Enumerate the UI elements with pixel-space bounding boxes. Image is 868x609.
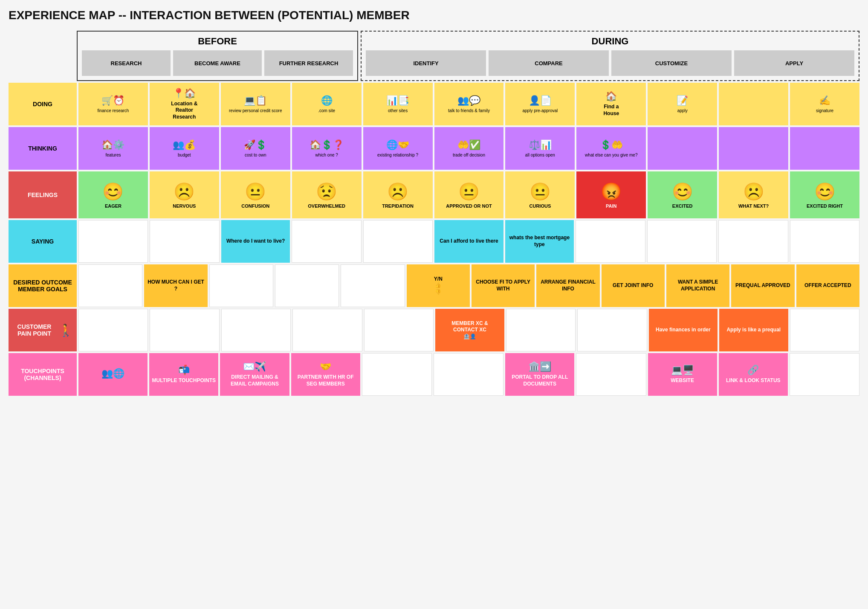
pain-cell-3: [221, 309, 291, 351]
doing-cell-3: 💻📋 review personal credit score: [221, 83, 290, 125]
doing-cell-6: 👥💬 talk to friends & family: [434, 83, 504, 125]
doing-cell-4: 🌐 .com site: [292, 83, 362, 125]
saying-cell-8: [576, 220, 645, 263]
laptop-clipboard-icon: 💻📋: [244, 95, 267, 106]
doing-cell-8: 🏠 Find aHouse: [576, 83, 646, 125]
stage-customize: CUSTOMIZE: [611, 50, 732, 76]
saying-cell-5: [363, 220, 433, 263]
feelings-label: FEELINGS: [9, 171, 77, 218]
feelings-row: FEELINGS 😊 EAGER ☹️ NERVOUS 😐 CONFUSION …: [9, 171, 859, 218]
pain-label: CUSTOMER PAIN POINT 🚶: [9, 309, 77, 351]
desired-text-6: Y/N👍👎: [434, 276, 443, 296]
neutral-emoji: 😐: [245, 182, 266, 202]
chart-icon: 📊📑: [386, 95, 409, 106]
pain-cell-5: [364, 309, 434, 351]
what-next-label: WHAT NEXT?: [738, 203, 769, 209]
excited-right-label: EXCITED RIGHT: [807, 203, 843, 209]
desired-label: DESIRED OUTCOME MEMBER GOALS: [9, 264, 77, 307]
nervous-label: NERVOUS: [173, 203, 196, 209]
pain-text-9: Have finances in order: [656, 327, 711, 334]
money-hands-icon: 💲🤲: [600, 139, 623, 151]
thinking-text-2: budget: [178, 152, 191, 158]
feeling-what-next: ☹️ WHAT NEXT?: [719, 171, 788, 218]
feeling-confusion: 😐 CONFUSION: [221, 171, 290, 218]
thinking-label: THINKING: [9, 127, 77, 170]
happy-emoji: 😊: [102, 182, 124, 202]
feelings-cells: 😊 EAGER ☹️ NERVOUS 😐 CONFUSION 😟 OVERWHE…: [78, 171, 859, 218]
touchpoints-cell-10: 🔗 LINK & LOOK STATUS: [719, 353, 788, 396]
saying-label: SAYING: [9, 220, 77, 263]
phase-header: BEFORE RESEARCH BECOME AWARE FURTHER RES…: [9, 31, 859, 81]
saying-cell-11: [790, 220, 859, 263]
house-dollar-icon: 🏠💲❓: [310, 139, 344, 151]
mailbox-icon: 📬: [178, 365, 190, 376]
touchpoints-cells: 👥🌐 📬 MULTIPLE TOUCHPOINTS ✉️✈️ DIRECT MA…: [78, 353, 859, 396]
pain-cell-10: Apply is like a prequal: [719, 309, 788, 351]
desired-row: DESIRED OUTCOME MEMBER GOALS HOW MUCH CA…: [9, 264, 859, 307]
people-money-icon: 👥💰: [173, 139, 196, 151]
desired-cell-10: WANT A SIMPLE APPLICATION: [666, 264, 729, 307]
desired-cell-8: ARRANGE FINANCIAL INFO: [536, 264, 599, 307]
thinking-cell-5: 🌐🤝 existing relationship ?: [363, 127, 433, 170]
trepidation-label: TREPIDATION: [382, 203, 414, 209]
doing-cells: 🛒⏰ finance research 📍🏠 Location &Realtor…: [78, 83, 859, 125]
thinking-text-1: features: [105, 152, 121, 158]
desired-cell-1: [78, 264, 142, 307]
approved-emoji: 😐: [458, 182, 480, 202]
desired-text-9: GET JOINT INFO: [613, 282, 653, 289]
thinking-row: THINKING 🏠⚙️ features 👥💰 budget 🚀💲 cost …: [9, 127, 859, 170]
feeling-pain: 😡 PAIN: [576, 171, 646, 218]
desired-text-12: OFFER ACCEPTED: [804, 282, 851, 289]
doing-cell-5: 📊📑 other sites: [363, 83, 433, 125]
saying-text-7: whats the best mortgage type: [508, 235, 571, 248]
approved-label: APPROVED OR NOT: [446, 203, 492, 209]
location-house-icon: 📍🏠: [173, 88, 196, 99]
saying-cell-2: [150, 220, 219, 263]
saying-cell-3: Where do I want to live?: [221, 220, 290, 263]
desired-cell-3: [209, 264, 273, 307]
pain-row: CUSTOMER PAIN POINT 🚶 MEMBER XC &CONTACT…: [9, 309, 859, 351]
link-icon: 🔗: [747, 365, 759, 376]
touchpoints-text-2: MULTIPLE TOUCHPOINTS: [152, 377, 216, 384]
touchpoints-text-10: LINK & LOOK STATUS: [726, 377, 781, 384]
feeling-nervous: ☹️ NERVOUS: [150, 171, 219, 218]
stage-identify: IDENTIFY: [366, 50, 486, 76]
desired-text-8: ARRANGE FINANCIAL INFO: [539, 279, 597, 292]
thinking-cell-8: 💲🤲 what else can you give me?: [576, 127, 646, 170]
desired-cell-6: Y/N👍👎: [407, 264, 470, 307]
friends-icon: 👥💬: [457, 95, 480, 106]
touchpoints-cell-6: [434, 353, 503, 396]
stage-further-research: FURTHER RESEARCH: [264, 50, 353, 76]
touchpoints-text-3: DIRECT MAILING & EMAIL CAMPAIGNS: [223, 374, 286, 387]
feeling-curious: 😐 CURIOUS: [505, 171, 575, 218]
doing-text-11: signature: [816, 108, 833, 113]
person-icon: 🚶: [58, 323, 73, 337]
doing-text-1: finance research: [97, 108, 129, 113]
desired-cell-11: PREQUAL APPROVED: [731, 264, 794, 307]
pain-cell-4: [292, 309, 362, 351]
confusion-label: CONFUSION: [241, 203, 269, 209]
touchpoints-text-7: PORTAL TO DROP ALL DOCUMENTS: [508, 374, 572, 387]
doing-text-3: review personal credit score: [229, 108, 282, 113]
house-gear-icon: 🏠⚙️: [101, 139, 124, 151]
thinking-text-7: all options open: [525, 152, 555, 158]
doing-row: DOING 🛒⏰ finance research 📍🏠 Location &R…: [9, 83, 859, 125]
touchpoints-cell-11: [790, 353, 859, 396]
thinking-cell-3: 🚀💲 cost to own: [221, 127, 290, 170]
excited-emoji: 😊: [672, 182, 693, 202]
saying-cell-7: whats the best mortgage type: [505, 220, 574, 263]
stage-become-aware: BECOME AWARE: [173, 50, 262, 76]
pain-cell-6: MEMBER XC &CONTACT XC🏦👤: [435, 309, 504, 351]
desired-text-7: CHOOSE FI TO APPLY WITH: [474, 279, 532, 292]
website-icon: 💻🖥️: [671, 365, 694, 376]
curious-label: CURIOUS: [529, 203, 551, 209]
desired-cell-7: CHOOSE FI TO APPLY WITH: [472, 264, 535, 307]
feeling-excited: 😊 EXCITED: [648, 171, 717, 218]
feeling-approved-or-not: 😐 APPROVED OR NOT: [434, 171, 504, 218]
stage-compare: COMPARE: [489, 50, 609, 76]
saying-cell-4: [292, 220, 361, 263]
pain-cell-7: [506, 309, 576, 351]
saying-cell-6: Can I afford to live there: [434, 220, 503, 263]
thinking-cell-10: [719, 127, 788, 170]
saying-text-3: Where do I want to live?: [226, 238, 285, 245]
